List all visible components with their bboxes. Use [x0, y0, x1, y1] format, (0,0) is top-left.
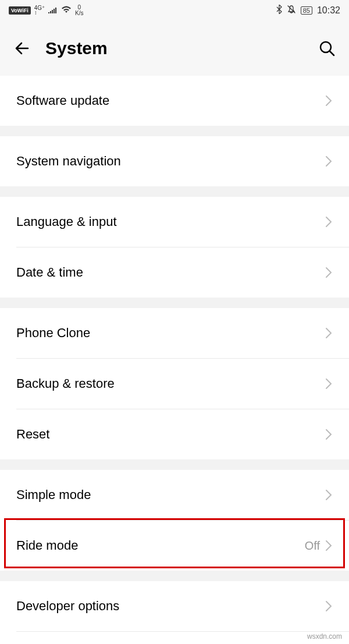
back-button[interactable]	[12, 38, 33, 59]
row-phone-clone[interactable]: Phone Clone	[0, 308, 349, 358]
dnd-icon	[287, 5, 296, 16]
row-label: Ride mode	[16, 538, 305, 553]
search-icon	[318, 40, 336, 57]
row-label: System navigation	[16, 154, 325, 169]
watermark: wsxdn.com	[307, 632, 342, 641]
chevron-right-icon	[325, 327, 333, 339]
row-simple-mode[interactable]: Simple mode	[0, 470, 349, 520]
search-button[interactable]	[315, 37, 339, 60]
row-language-input[interactable]: Language & input	[0, 197, 349, 247]
row-reset[interactable]: Reset	[0, 409, 349, 459]
row-label: Phone Clone	[16, 325, 325, 341]
row-system-navigation[interactable]: System navigation	[0, 136, 349, 186]
row-label: Simple mode	[16, 487, 325, 503]
row-date-time[interactable]: Date & time	[0, 247, 349, 298]
chevron-right-icon	[325, 600, 333, 613]
row-user-experience[interactable]: User experience improvement	[0, 632, 349, 644]
wifi-icon	[61, 5, 72, 15]
chevron-right-icon	[325, 428, 333, 441]
page-title: System	[45, 38, 302, 58]
row-label: Language & input	[16, 214, 325, 229]
row-value: Off	[305, 539, 320, 553]
row-label: Reset	[16, 427, 325, 442]
row-software-update[interactable]: Software update	[0, 76, 349, 126]
signal-4g-icon: 4G⁺ ↕	[34, 6, 45, 15]
clock: 10:32	[317, 5, 340, 16]
row-label: Date & time	[16, 265, 325, 280]
bluetooth-icon	[276, 5, 282, 16]
status-left: VoWiFi 4G⁺ ↕ 0 K/s	[9, 5, 84, 16]
chevron-right-icon	[325, 94, 333, 107]
chevron-right-icon	[325, 489, 333, 501]
row-backup-restore[interactable]: Backup & restore	[0, 359, 349, 409]
signal-bars-icon	[48, 6, 58, 15]
network-speed: 0 K/s	[75, 5, 83, 16]
chevron-right-icon	[325, 155, 333, 168]
chevron-right-icon	[325, 539, 333, 552]
row-ride-mode[interactable]: Ride mode Off	[0, 521, 349, 571]
battery-icon: 85	[301, 6, 312, 15]
row-label: Backup & restore	[16, 376, 325, 391]
status-bar: VoWiFi 4G⁺ ↕ 0 K/s 85 10:32	[0, 0, 349, 20]
app-bar: System	[0, 20, 349, 76]
status-right: 85 10:32	[276, 5, 340, 16]
row-label: Developer options	[16, 599, 325, 614]
chevron-right-icon	[325, 266, 333, 279]
chevron-right-icon	[325, 215, 333, 228]
row-developer-options[interactable]: Developer options	[0, 581, 349, 631]
vowifi-badge: VoWiFi	[9, 6, 31, 15]
arrow-left-icon	[14, 40, 30, 56]
row-label: Software update	[16, 93, 325, 108]
chevron-right-icon	[325, 377, 333, 390]
